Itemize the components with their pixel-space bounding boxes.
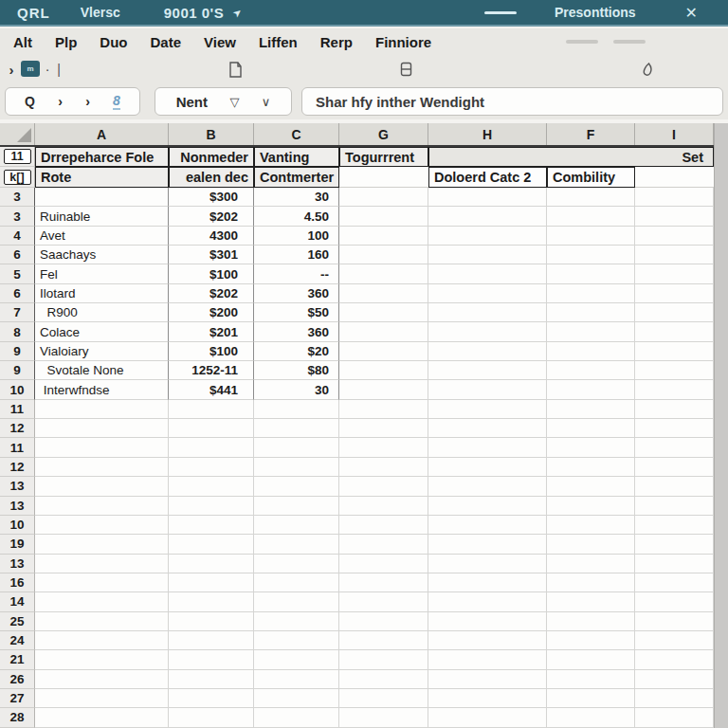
grid-cell[interactable] [339, 322, 428, 341]
grid-cell[interactable] [428, 361, 547, 380]
expand-chevron-icon[interactable]: › [4, 55, 19, 83]
grid-cell[interactable] [35, 458, 169, 477]
grid-cell[interactable]: $300 [169, 188, 254, 207]
row-header[interactable]: 6 [0, 284, 35, 303]
grid-cell[interactable] [169, 670, 254, 689]
grid-cell[interactable] [635, 573, 714, 592]
grid-cell[interactable] [339, 303, 428, 322]
grid-cell[interactable] [339, 207, 428, 226]
grid-cell[interactable] [254, 592, 339, 611]
grid-cell[interactable]: 160 [254, 246, 339, 264]
grid-cell[interactable] [547, 670, 635, 689]
grid-cell[interactable] [547, 264, 635, 283]
row-header[interactable]: 13 [0, 555, 35, 573]
grid-cell[interactable]: 360 [254, 284, 339, 303]
grid-cell[interactable]: $202 [169, 284, 254, 303]
grid-cell[interactable] [254, 631, 339, 650]
grid-cell[interactable] [428, 689, 547, 708]
row-header[interactable]: 25 [0, 612, 35, 631]
grid-cell[interactable] [635, 246, 714, 264]
grid-cell[interactable] [428, 380, 547, 399]
column-header-b[interactable]: B [169, 123, 254, 145]
grid-cell[interactable] [547, 535, 635, 554]
grid-cell[interactable]: 30 [254, 188, 339, 207]
grid-cell[interactable] [169, 631, 254, 650]
grid-cell[interactable] [635, 477, 714, 496]
row-header[interactable]: 3 [0, 207, 35, 226]
page-icon[interactable] [226, 55, 245, 83]
grid-cell[interactable] [339, 438, 428, 457]
grid-cell[interactable] [254, 670, 339, 689]
grid-cell[interactable]: Togurrrent [339, 147, 428, 167]
row-header[interactable]: 11 [0, 438, 35, 457]
grid-cell[interactable] [169, 573, 254, 592]
grid-cell[interactable] [35, 573, 169, 592]
grid-cell[interactable] [547, 342, 635, 361]
grid-cell[interactable] [169, 400, 254, 419]
row-header[interactable]: 10 [0, 380, 35, 399]
grid-cell[interactable] [254, 419, 339, 438]
column-header-h[interactable]: H [428, 123, 547, 145]
grid-cell[interactable] [339, 419, 428, 438]
grid-cell[interactable]: Nonmeder [169, 147, 254, 167]
grid-cell[interactable] [35, 419, 169, 438]
row-header[interactable]: 12 [0, 419, 35, 438]
grid-cell[interactable] [428, 670, 547, 689]
grid-cell[interactable] [169, 592, 254, 611]
menu-item-view[interactable]: View [204, 34, 236, 50]
grid-cell[interactable]: 360 [254, 322, 339, 341]
row-header[interactable]: 24 [0, 631, 35, 650]
menu-item-rerp[interactable]: Rerp [320, 34, 353, 50]
grid-cell[interactable]: $50 [254, 303, 339, 322]
grid-cell[interactable] [169, 419, 254, 438]
menu-item-duo[interactable]: Duo [100, 34, 127, 50]
grid-cell[interactable] [35, 631, 169, 650]
grid-cell[interactable] [547, 708, 635, 727]
grid-cell[interactable] [169, 438, 254, 457]
pen-icon[interactable]: 8 [113, 93, 120, 110]
select-all-corner[interactable] [0, 123, 35, 145]
grid-cell[interactable] [254, 689, 339, 708]
grid-cell[interactable]: 1252-11 [169, 361, 254, 380]
grid-cell[interactable] [547, 246, 635, 264]
grid-cell[interactable] [635, 497, 714, 516]
grid-cell[interactable] [547, 188, 635, 207]
grid-cell[interactable] [547, 438, 635, 457]
menu-item-liffen[interactable]: Liffen [259, 34, 298, 50]
grid-cell[interactable] [254, 612, 339, 631]
grid-cell[interactable] [169, 535, 254, 554]
row-header[interactable]: 28 [0, 708, 35, 727]
grid-cell[interactable]: 4.50 [254, 207, 339, 226]
grid-cell[interactable]: Ilotard [35, 284, 169, 303]
grid-cell[interactable] [428, 303, 547, 322]
grid-cell[interactable]: $301 [169, 246, 254, 264]
grid-cell[interactable]: $201 [169, 322, 254, 341]
column-header-i[interactable]: I [635, 123, 714, 145]
name-box[interactable]: Nent ▽ ∨ [155, 87, 292, 116]
grid-cell[interactable] [547, 497, 635, 516]
grid-cell[interactable] [339, 670, 428, 689]
grid-cell[interactable] [547, 227, 635, 246]
grid-cell[interactable]: Saachays [35, 246, 169, 264]
close-button[interactable]: ✕ [685, 4, 698, 22]
grid-cell[interactable] [428, 188, 547, 207]
grid-cell[interactable] [635, 708, 714, 727]
grid-cell[interactable] [169, 555, 254, 573]
grid-cell[interactable] [254, 555, 339, 573]
grid-cell[interactable] [547, 612, 635, 631]
grid-cell[interactable] [547, 689, 635, 708]
row-header[interactable]: 11 [0, 400, 35, 419]
grid-cell[interactable] [339, 284, 428, 303]
anchor-icon[interactable]: Q [25, 94, 35, 109]
grid-cell[interactable] [635, 438, 714, 457]
grid-cell[interactable] [635, 535, 714, 554]
row-header[interactable]: 9 [0, 342, 35, 361]
grid-cell[interactable] [635, 419, 714, 438]
grid-cell[interactable]: Fel [35, 264, 169, 283]
grid-cell[interactable] [635, 592, 714, 611]
grid-cell[interactable] [339, 227, 428, 246]
row-header[interactable]: 11 [0, 147, 35, 167]
column-header-f[interactable]: F [547, 123, 635, 145]
grid-cell[interactable] [169, 458, 254, 477]
grid-cell[interactable] [254, 477, 339, 496]
